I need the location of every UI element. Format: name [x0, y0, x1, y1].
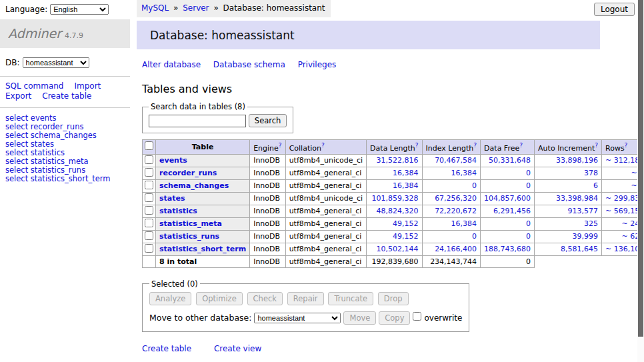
data-free-link[interactable]: 188,743,680: [484, 245, 531, 253]
table-name-link[interactable]: statistics_meta: [159, 219, 222, 228]
index-length-link[interactable]: 16,384: [451, 219, 477, 228]
sidebar-item-select-statistics-short-term[interactable]: select statistics_short_term: [5, 175, 125, 183]
search-legend: Search data in tables (8): [149, 102, 247, 111]
row-checkbox[interactable]: [145, 193, 153, 202]
index-length-link[interactable]: 16,384: [451, 169, 477, 177]
index-length-link[interactable]: 0: [472, 232, 477, 241]
data-length-link[interactable]: 16,384: [393, 169, 419, 177]
help-link[interactable]: ?: [321, 142, 325, 149]
data-free-link[interactable]: 0: [526, 181, 531, 190]
drop-button[interactable]: Drop: [378, 292, 409, 305]
data-length-link[interactable]: 10,502,144: [377, 245, 419, 253]
analyze-button[interactable]: Analyze: [149, 292, 191, 305]
help-link[interactable]: ?: [625, 142, 628, 149]
help-link[interactable]: ?: [473, 142, 477, 149]
auto-increment-link[interactable]: 913,577: [568, 207, 599, 215]
row-checkbox[interactable]: [145, 231, 153, 240]
optimize-button[interactable]: Optimize: [196, 292, 243, 305]
engine-cell: InnoDB: [250, 167, 285, 179]
auto-increment-link[interactable]: 33,898,196: [556, 156, 598, 165]
collation-cell: utf8mb4_general_ci: [285, 243, 366, 255]
select-all-checkbox[interactable]: [145, 141, 153, 150]
create-table-sidebar-link[interactable]: Create table: [42, 91, 91, 101]
search-input[interactable]: [149, 115, 246, 127]
check-button[interactable]: Check: [247, 292, 283, 305]
move-button[interactable]: Move: [343, 311, 376, 325]
table-name-link[interactable]: statistics_runs: [159, 232, 219, 241]
scrollbar-thumb[interactable]: [638, 0, 643, 337]
help-link[interactable]: ?: [279, 142, 282, 149]
auto-increment-link[interactable]: 39,999: [573, 232, 599, 241]
index-length-link[interactable]: 72,220,672: [435, 207, 477, 215]
move-label: Move to other database:: [149, 313, 251, 323]
data-free-link[interactable]: 0: [526, 169, 531, 177]
index-length-link[interactable]: 67,256,320: [435, 194, 477, 203]
data-free-link[interactable]: 50,331,648: [489, 156, 531, 165]
table-name-link[interactable]: statistics: [159, 207, 197, 215]
help-link[interactable]: ?: [415, 142, 419, 149]
row-checkbox[interactable]: [145, 219, 153, 227]
data-length-link[interactable]: 31,522,816: [377, 156, 419, 165]
table-name-link[interactable]: recorder_runs: [159, 169, 217, 177]
auto-increment-link[interactable]: 6: [593, 181, 598, 190]
table-name-link[interactable]: states: [159, 194, 185, 203]
total-data-free: 0: [481, 255, 535, 267]
index-length-link[interactable]: 0: [472, 181, 477, 190]
table-name-link[interactable]: events: [159, 156, 187, 165]
index-length-link[interactable]: 70,467,584: [435, 156, 477, 165]
data-free-link[interactable]: 104,857,600: [484, 194, 531, 203]
import-link[interactable]: Import: [74, 81, 101, 91]
auto-increment-link[interactable]: 33,398,984: [556, 194, 598, 203]
breadcrumb-server-link[interactable]: Server: [183, 3, 209, 13]
row-checkbox[interactable]: [145, 244, 153, 253]
row-checkbox[interactable]: [145, 155, 153, 164]
data-length-link[interactable]: 48,824,320: [377, 207, 419, 215]
truncate-button[interactable]: Truncate: [328, 292, 373, 305]
copy-button[interactable]: Copy: [379, 311, 410, 325]
data-length-link[interactable]: 16,384: [393, 181, 419, 190]
data-length-link[interactable]: 49,152: [393, 232, 419, 241]
logout-button[interactable]: Logout: [594, 3, 635, 16]
adminer-logo: Adminer: [8, 26, 61, 41]
row-checkbox[interactable]: [145, 168, 153, 177]
data-length-link[interactable]: 101,859,328: [372, 194, 419, 203]
row-checkbox[interactable]: [145, 206, 153, 215]
table-row: recorder_runs InnoDB utf8mb4_general_ci …: [143, 167, 644, 179]
help-link[interactable]: ?: [595, 142, 598, 149]
table-name-link[interactable]: schema_changes: [159, 181, 229, 190]
index-length-link[interactable]: 24,166,400: [435, 245, 477, 253]
collation-cell: utf8mb4_unicode_ci: [285, 154, 366, 167]
selected-fieldset: Selected (0) Analyze Optimize Check Repa…: [142, 279, 469, 332]
row-checkbox[interactable]: [145, 181, 153, 189]
repair-button[interactable]: Repair: [287, 292, 324, 305]
create-table-link[interactable]: Create table: [142, 344, 191, 353]
db-select[interactable]: homeassistant: [23, 57, 89, 68]
database-schema-link[interactable]: Database schema: [213, 60, 285, 69]
auto-increment-link[interactable]: 378: [584, 169, 598, 177]
create-view-link[interactable]: Create view: [214, 344, 261, 353]
table-name-link[interactable]: statistics_short_term: [159, 245, 246, 253]
auto-increment-link[interactable]: 8,581,645: [561, 245, 598, 253]
data-free-link[interactable]: 0: [526, 232, 531, 241]
move-row: Move to other database:homeassistantMove…: [149, 311, 462, 325]
sidebar: Language:English Adminer4.7.9 DB:homeass…: [0, 0, 130, 362]
privileges-link[interactable]: Privileges: [298, 60, 337, 69]
engine-cell: InnoDB: [250, 205, 285, 217]
export-link[interactable]: Export: [5, 91, 31, 101]
data-free-link[interactable]: 6,291,456: [493, 207, 531, 215]
search-button[interactable]: Search: [249, 114, 287, 127]
table-row: statistics_meta InnoDB utf8mb4_general_c…: [143, 217, 644, 230]
help-link[interactable]: ?: [519, 142, 523, 149]
breadcrumb: MySQL » Server » Database: homeassistant: [137, 0, 331, 17]
move-db-select[interactable]: homeassistant: [254, 313, 341, 323]
alter-database-link[interactable]: Alter database: [142, 60, 201, 69]
overwrite-checkbox[interactable]: [413, 312, 421, 321]
breadcrumb-mysql-link[interactable]: MySQL: [141, 3, 169, 13]
data-free-link[interactable]: 0: [526, 219, 531, 228]
data-length-link[interactable]: 49,152: [393, 219, 419, 228]
scrollbar[interactable]: [637, 0, 644, 362]
auto-increment-link[interactable]: 325: [584, 219, 598, 228]
sql-command-link[interactable]: SQL command: [5, 81, 63, 91]
language-select[interactable]: English: [50, 4, 109, 15]
total-engine: InnoDB: [250, 255, 285, 267]
